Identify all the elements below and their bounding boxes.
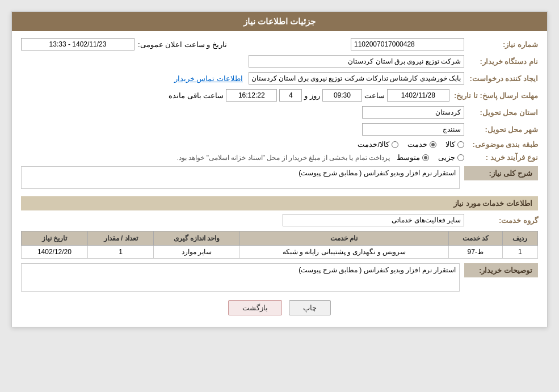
mohlat-label: مهلت ارسال پاسخ: تا تاریخ: <box>449 91 538 100</box>
saat-label: ساعت <box>362 91 387 100</box>
tabaghe-radio-group: کالا خدمت کالا/خدمت <box>358 140 464 149</box>
content-area: شماره نیاز: تاریخ و ساعت اعلان عمومی: نا… <box>12 31 547 327</box>
noe-jozi-label: جزیی <box>438 153 455 162</box>
mohlat-saat-input[interactable] <box>322 89 362 102</box>
services-table-container: ردیف کد خدمت نام خدمت واحد اندازه گیری ت… <box>21 231 538 259</box>
tabaghe-kala-radio[interactable] <box>457 141 464 148</box>
sharh-koli-label: شرح کلی نیاز: <box>464 166 538 180</box>
mohlat-date-input[interactable] <box>387 89 449 102</box>
shahr-input[interactable] <box>362 123 464 136</box>
shahr-row: شهر محل تحویل: <box>21 123 538 136</box>
tabaghe-label: طبقه بندی موضوعی: <box>464 140 538 149</box>
group-khedmat-row: گروه خدمت: <box>21 214 538 226</box>
khadamat-section-header: اطلاعات خدمات مورد نیاز <box>21 196 538 210</box>
noe-jozi-radio[interactable] <box>457 154 464 161</box>
tosif-kheridar-label: توصیحات خریدار: <box>464 263 538 277</box>
sharh-koli-section: شرح کلی نیاز: استقرار نرم افزار ویدیو کن… <box>21 166 538 191</box>
shomare-niaz-input[interactable] <box>351 38 464 50</box>
cell-radif: 1 <box>502 246 537 259</box>
col-vahed: واحد اندازه گیری <box>154 231 239 246</box>
shomare-niaz-label: شماره نیاز: <box>464 40 538 49</box>
mohlat-rooz-input[interactable] <box>279 89 302 102</box>
rooz-label: روز و <box>302 91 322 100</box>
tabaghe-kalaKhedmat-radio[interactable] <box>392 141 398 148</box>
col-tarikh: تاریخ نیاز <box>22 231 88 246</box>
ettelaat-tamas-link[interactable]: اطلاعات تماس خریدار <box>174 74 243 83</box>
tabaghe-row: طبقه بندی موضوعی: کالا خدمت کالا/خدمت <box>21 140 538 149</box>
tabaghe-kala-item[interactable]: کالا <box>445 140 464 149</box>
tabaghe-kalaKhedmat-label: کالا/خدمت <box>358 140 389 149</box>
tarikh-aelam-input[interactable] <box>21 38 135 50</box>
cell-vahed: سایر موارد <box>154 246 239 259</box>
noe-motovaset-radio[interactable] <box>422 154 429 161</box>
mohlat-row: مهلت ارسال پاسخ: تا تاریخ: ساعت روز و سا… <box>21 89 538 102</box>
noe-motovaset-item[interactable]: متوسط <box>397 153 429 162</box>
col-radif: ردیف <box>502 231 537 246</box>
ostan-input[interactable] <box>362 106 464 119</box>
group-khedmat-input[interactable] <box>283 214 464 226</box>
noe-farayand-label: نوع فرآیند خرید : <box>464 153 538 162</box>
ostan-label: استان محل تحویل: <box>464 108 538 117</box>
shahr-label: شهر محل تحویل: <box>464 125 538 134</box>
shomare-niaz-row: شماره نیاز: تاریخ و ساعت اعلان عمومی: <box>21 38 538 50</box>
services-table: ردیف کد خدمت نام خدمت واحد اندازه گیری ت… <box>21 231 538 259</box>
ejad-konnande-input[interactable] <box>249 72 464 85</box>
cell-nam: سرویس و نگهداری و پشتیبانی رایانه و شبکه <box>239 246 448 259</box>
cell-tedad: 1 <box>87 246 154 259</box>
tabaghe-kala-label: کالا <box>445 140 455 149</box>
ostan-row: استان محل تحویل: <box>21 106 538 119</box>
tarikh-aelam-label: تاریخ و ساعت اعلان عمومی: <box>135 40 227 49</box>
page-header: جزئیات اطلاعات نیاز <box>12 12 547 31</box>
baghi-label: ساعت باقی مانده <box>166 91 226 100</box>
noe-farayand-row: نوع فرآیند خرید : جزیی متوسط پرداخت تمام… <box>21 153 538 162</box>
noe-farayand-note: پرداخت تمام یا بخشی از مبلغ خریدار از مح… <box>177 154 397 162</box>
col-tedad: تعداد / مقدار <box>87 231 154 246</box>
table-header-row: ردیف کد خدمت نام خدمت واحد اندازه گیری ت… <box>22 231 538 246</box>
buttons-row: چاپ بازگشت <box>21 300 538 315</box>
sharh-koli-textarea[interactable]: استقرار نرم افزار ویدیو کنفرانس ( مطابق … <box>21 166 460 189</box>
tabaghe-khedmat-radio[interactable] <box>430 141 436 148</box>
cell-kod: ط-97 <box>448 246 502 259</box>
ejad-konnande-label: ایجاد کننده درخواست: <box>464 74 538 83</box>
tabaghe-kalaKhedmat-item[interactable]: کالا/خدمت <box>358 140 398 149</box>
main-container: جزئیات اطلاعات نیاز شماره نیاز: تاریخ و … <box>11 11 548 327</box>
tabaghe-khedmat-label: خدمت <box>407 140 427 149</box>
nam-dastgah-label: نام دستگاه خریدار: <box>464 57 538 66</box>
col-kod: کد خدمت <box>448 231 502 246</box>
group-khedmat-label: گروه خدمت: <box>464 216 538 225</box>
mohlat-baghi-input[interactable] <box>226 89 277 102</box>
tosif-kheridar-row: توصیحات خریدار: استقرار نرم افزار ویدیو … <box>21 263 538 293</box>
table-row: 1 ط-97 سرویس و نگهداری و پشتیبانی رایانه… <box>22 246 538 259</box>
noe-farayand-radio-group: جزیی متوسط <box>397 153 464 162</box>
tosif-kheridar-textarea[interactable]: استقرار نرم افزار ویدیو کنفرانس ( مطابق … <box>21 263 460 292</box>
tabaghe-khedmat-item[interactable]: خدمت <box>407 140 436 149</box>
noe-motovaset-label: متوسط <box>397 153 420 162</box>
nam-dastgah-input[interactable] <box>249 55 464 68</box>
nam-dastgah-row: نام دستگاه خریدار: <box>21 55 538 68</box>
page-title: جزئیات اطلاعات نیاز <box>243 16 316 26</box>
bazgasht-button[interactable]: بازگشت <box>228 300 282 315</box>
ejad-konnande-row: ایجاد کننده درخواست: اطلاعات تماس خریدار <box>21 72 538 85</box>
noe-jozi-item[interactable]: جزیی <box>438 153 464 162</box>
cell-tarikh: 1402/12/20 <box>22 246 88 259</box>
chap-button[interactable]: چاپ <box>289 300 331 315</box>
col-nam: نام خدمت <box>239 231 448 246</box>
